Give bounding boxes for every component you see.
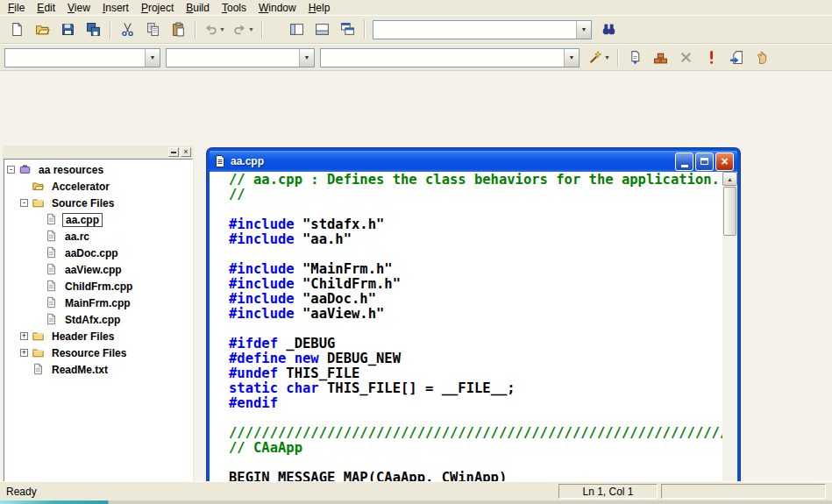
- build-button[interactable]: [649, 47, 672, 68]
- code-line: //: [229, 188, 722, 202]
- new-text-file-button[interactable]: [5, 19, 29, 40]
- menu-window[interactable]: Window: [252, 1, 302, 15]
- taskbar-sliver: [0, 500, 832, 504]
- menu-edit[interactable]: Edit: [31, 1, 61, 15]
- combo-dropdown-icon[interactable]: ▼: [145, 49, 160, 67]
- file-icon: [45, 213, 59, 226]
- workspace-icon: [18, 163, 32, 176]
- find-in-files-button[interactable]: [597, 19, 621, 40]
- document-icon: [213, 154, 227, 168]
- filter-combo-value: [167, 49, 299, 67]
- build-toolbar-buttons: ▼: [585, 47, 775, 68]
- maximize-button[interactable]: [695, 153, 714, 171]
- code-line: // CAaApp: [229, 441, 722, 456]
- code-line: #include "stdafx.h": [229, 217, 722, 232]
- editor-vscrollbar-track[interactable]: [722, 237, 737, 504]
- save-all-button[interactable]: [82, 19, 105, 40]
- tree-item-label: ReadMe.txt: [49, 364, 110, 376]
- insert-breakpoint-button[interactable]: [750, 47, 774, 68]
- tree-item-aa-rc[interactable]: aa.rc: [4, 228, 192, 245]
- class-combo[interactable]: ▼: [4, 48, 160, 67]
- minimize-button[interactable]: [675, 153, 693, 171]
- close-button[interactable]: ×: [715, 153, 734, 171]
- wizardbar-action-button[interactable]: ▼: [586, 47, 613, 68]
- tree-item-aa-resources[interactable]: -aa resources: [4, 161, 192, 178]
- save-button[interactable]: [56, 19, 80, 40]
- dock-panel-controls: ×: [168, 147, 191, 157]
- menu-file[interactable]: File: [2, 1, 31, 15]
- editor-window: aa.cpp × // aa.cpp : Defines the class b…: [207, 148, 740, 504]
- filter-combo[interactable]: ▼: [166, 48, 315, 67]
- code-line: #include "ChildFrm.h": [229, 277, 722, 292]
- tree-item-aa-cpp[interactable]: aa.cpp: [4, 211, 192, 228]
- tree-item-readme-txt[interactable]: ReadMe.txt: [4, 361, 192, 378]
- editor-vscrollbar-thumb[interactable]: [723, 187, 736, 236]
- tree-item-aaview-cpp[interactable]: aaView.cpp: [4, 261, 192, 278]
- tree-item-stdafx-cpp[interactable]: StdAfx.cpp: [4, 311, 192, 328]
- code-line: [229, 411, 722, 426]
- compile-button[interactable]: [623, 47, 647, 68]
- menu-project[interactable]: Project: [135, 1, 180, 15]
- editor-titlebar[interactable]: aa.cpp ×: [210, 151, 737, 172]
- status-message: Ready: [6, 486, 555, 498]
- code-line: [229, 202, 722, 217]
- menu-insert[interactable]: Insert: [96, 1, 135, 15]
- menu-view[interactable]: View: [61, 1, 96, 15]
- scroll-up-icon[interactable]: ▲: [722, 172, 737, 186]
- expand-icon[interactable]: +: [20, 349, 28, 357]
- folder-icon: [32, 346, 46, 359]
- combo-dropdown-icon[interactable]: ▼: [299, 49, 314, 67]
- tree-item-label: ChildFrm.cpp: [62, 280, 135, 293]
- tree-item-source-files[interactable]: -Source Files: [4, 195, 192, 211]
- dropdown-caret-icon: ▼: [219, 26, 225, 32]
- tree-item-label: Accelerator: [49, 181, 112, 193]
- menu-tools[interactable]: Tools: [216, 1, 252, 15]
- workspace-panel: × -aa resourcesAccelerator-Source Filesa…: [3, 146, 194, 504]
- editor-vscrollbar[interactable]: ▲ ▼: [722, 172, 737, 504]
- code-line: #include "aaView.h": [229, 307, 722, 322]
- menu-help[interactable]: Help: [302, 1, 337, 15]
- tree-item-aadoc-cpp[interactable]: aaDoc.cpp: [4, 245, 192, 261]
- dock-close-button[interactable]: ×: [181, 147, 191, 157]
- tree-item-childfrm-cpp[interactable]: ChildFrm.cpp: [4, 278, 192, 295]
- tree-item-mainfrm-cpp[interactable]: MainFrm.cpp: [4, 295, 192, 311]
- member-combo[interactable]: ▼: [320, 48, 580, 67]
- standard-toolbar: ▼▼ ▼: [0, 15, 832, 44]
- find-combo[interactable]: ▼: [373, 20, 592, 39]
- menu-build[interactable]: Build: [180, 1, 216, 15]
- member-combo-value: [321, 49, 564, 67]
- paste-button[interactable]: [167, 19, 190, 40]
- collapse-icon[interactable]: -: [20, 199, 28, 207]
- tree-item-label: MainFrm.cpp: [62, 297, 133, 309]
- open-button[interactable]: [31, 19, 54, 40]
- toolbar-separator: [364, 20, 366, 39]
- folder-icon: [32, 330, 46, 343]
- code-line: #include "MainFrm.h": [229, 262, 722, 277]
- tree-item-label: StdAfx.cpp: [62, 314, 123, 326]
- tree-item-header-files[interactable]: +Header Files: [4, 328, 192, 344]
- combo-dropdown-icon[interactable]: ▼: [576, 21, 591, 39]
- tree-item-accelerator[interactable]: Accelerator: [4, 178, 192, 195]
- file-icon: [45, 296, 59, 309]
- tree-item-resource-files[interactable]: +Resource Files: [4, 344, 192, 361]
- code-line: [229, 322, 722, 337]
- dock-minimize-button[interactable]: [168, 147, 179, 157]
- cut-button[interactable]: [116, 19, 139, 40]
- combo-dropdown-icon[interactable]: ▼: [564, 49, 579, 67]
- wizard-toolbar: ▼ ▼ ▼ ▼: [0, 44, 832, 71]
- go-button[interactable]: [725, 47, 749, 68]
- toolbar-separator: [617, 48, 619, 67]
- file-icon: [45, 230, 59, 243]
- code-line: static char THIS_FILE[] = __FILE__;: [229, 381, 722, 396]
- execute-program-button[interactable]: [700, 47, 723, 68]
- cursor-position-panel: Ln 1, Col 1: [558, 484, 658, 499]
- file-icon: [45, 313, 59, 326]
- expand-icon[interactable]: +: [20, 332, 28, 340]
- output-toggle-button[interactable]: [310, 19, 334, 40]
- code-area[interactable]: // aa.cpp : Defines the class behaviors …: [210, 172, 722, 504]
- window-list-button[interactable]: [336, 19, 359, 40]
- workspace-toggle-button[interactable]: [285, 19, 309, 40]
- editor-body: // aa.cpp : Defines the class behaviors …: [210, 172, 737, 504]
- collapse-icon[interactable]: -: [7, 166, 15, 174]
- copy-button[interactable]: [141, 19, 165, 40]
